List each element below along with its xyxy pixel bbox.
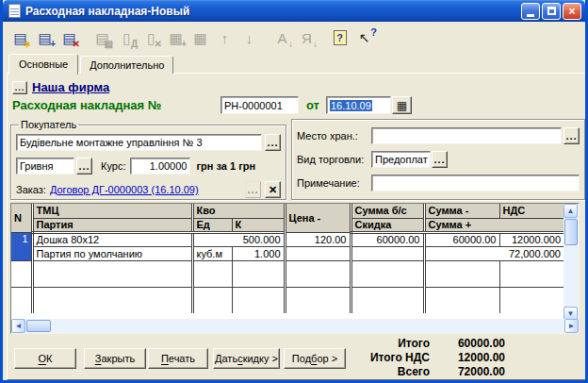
titlebar[interactable]: Расходная накладная-Новый ×: [3, 0, 585, 22]
grand-total-value: 72000.00: [430, 365, 505, 379]
vertical-scrollbar[interactable]: ▲ ▼: [564, 204, 579, 321]
window-controls: ×: [521, 3, 581, 20]
document-title: Расходная накладная №: [12, 98, 161, 112]
delete-row-icon[interactable]: ▤✕: [59, 28, 79, 48]
total-value: 60000.00: [430, 337, 505, 351]
storage-row: Место хран.: ...: [297, 127, 580, 144]
tab-additional[interactable]: Дополнительно: [80, 56, 173, 74]
tab-page-main: ... Наша фирма Расходная накладная № РН-…: [7, 73, 587, 380]
firm-browse-button[interactable]: ...: [12, 81, 27, 94]
scroll-right-icon[interactable]: ►: [564, 319, 579, 333]
add-row-icon[interactable]: ▤+: [35, 28, 55, 48]
buyer-groupbox: Покупатель Будівельне монтажне управлінн…: [10, 119, 286, 200]
trade-type-label: Вид торговли:: [297, 154, 371, 165]
rate-units-label: грн за 1 грн: [196, 160, 255, 172]
order-label: Заказ:: [16, 184, 46, 195]
order-clear-button[interactable]: ✕: [265, 181, 281, 198]
buyer-name-row: Будівельне монтажне управління № 3 ...: [16, 134, 281, 151]
firm-link[interactable]: Наша фирма: [32, 80, 109, 94]
items-table: N ТМЦ Кво Цена - Сумма б/с Сумма - НДС П…: [11, 204, 564, 313]
ok-button[interactable]: ОК: [14, 348, 76, 369]
item-sum-base-cell[interactable]: 60000.00: [351, 232, 424, 246]
close-form-button[interactable]: Закрыть: [84, 348, 146, 369]
write-document-icon: ▯Д: [117, 28, 137, 48]
scroll-left-icon[interactable]: ◄: [11, 319, 25, 333]
insert-column-icon: ▦: [190, 28, 210, 48]
item-unit-cell[interactable]: куб.м: [192, 246, 232, 260]
item-vat-cell[interactable]: 12000.000: [499, 232, 564, 246]
maximize-button[interactable]: [542, 3, 561, 20]
empty-row[interactable]: [11, 260, 564, 287]
date-selected-text: 16.10.09: [330, 100, 372, 111]
currency-field[interactable]: Гривня: [16, 158, 74, 175]
tab-strip: Основные Дополнительно: [8, 54, 175, 74]
order-link[interactable]: Договор ДГ-0000003 (16.10.09): [50, 184, 199, 195]
give-discount-button[interactable]: Дать скидку >: [213, 348, 280, 369]
vertical-scroll-thumb[interactable]: [564, 219, 578, 245]
currency-browse-button[interactable]: ...: [76, 158, 92, 175]
storage-field[interactable]: [371, 127, 562, 144]
col-header-sum-base: Сумма б/с: [351, 204, 424, 218]
total-row: Итого 60000.00: [339, 337, 505, 351]
item-sum-minus-cell[interactable]: 60000.00: [424, 232, 499, 246]
grand-total-row: Всего 72000.00: [339, 365, 505, 379]
calendar-button[interactable]: ▦: [392, 96, 412, 114]
table-settings-icon: ▦+: [166, 28, 186, 48]
trade-type-field[interactable]: Предоплат: [371, 151, 431, 168]
col-header-k: К: [232, 218, 285, 232]
post-document-icon: ▯✕: [141, 28, 161, 48]
item-coef-cell[interactable]: 1.000: [232, 246, 285, 260]
window-title: Расходная накладная-Новый: [25, 5, 521, 18]
horizontal-scroll-thumb[interactable]: [26, 320, 51, 332]
tab-main[interactable]: Основные: [8, 54, 78, 75]
buyer-browse-button[interactable]: ...: [265, 134, 281, 151]
item-discount-cell[interactable]: [285, 246, 351, 260]
col-header-qty: Кво: [192, 204, 285, 218]
copy-row-icon: ▤▤: [92, 28, 112, 48]
item-row-party: Партия по умолчанию куб.м 1.000 72,000.0…: [11, 246, 564, 260]
col-header-price: Цена -: [285, 204, 351, 232]
document-number-field[interactable]: РН-0000001: [220, 96, 299, 114]
context-help-icon[interactable]: ↖?: [354, 28, 374, 48]
note-field[interactable]: [371, 175, 580, 192]
order-browse-button[interactable]: ...: [245, 181, 261, 198]
storage-label: Место хран.:: [297, 130, 371, 142]
trade-browse-button[interactable]: ...: [432, 151, 448, 168]
item-party-cell[interactable]: Партия по умолчанию: [32, 246, 192, 260]
currency-row: Гривня ... Курс: 1.00000 грн за 1 грн: [16, 158, 281, 175]
print-button[interactable]: Печать: [148, 348, 208, 369]
total-vat-row: Итого НДС 12000.00: [339, 351, 505, 365]
item-row-main: 1 Дошка 80x12 500.000 120.00 60000.00 60…: [11, 232, 564, 246]
grand-total-label: Всего: [339, 365, 430, 379]
items-grid: N ТМЦ Кво Цена - Сумма б/с Сумма - НДС П…: [10, 203, 580, 334]
document-date-field[interactable]: 16.10.09: [326, 96, 391, 114]
rate-field[interactable]: 1.00000: [130, 158, 190, 175]
trade-type-row: Вид торговли: Предоплат ...: [297, 151, 580, 168]
horizontal-scrollbar[interactable]: ◄ ►: [11, 319, 579, 333]
scroll-up-icon[interactable]: ▲: [564, 204, 578, 218]
item-qty-cell[interactable]: 500.000: [192, 232, 285, 246]
minimize-icon: [527, 14, 534, 17]
document-icon: [8, 4, 21, 18]
details-groupbox: Место хран.: ... Вид торговли: Предоплат…: [291, 119, 585, 200]
storage-browse-button[interactable]: ...: [564, 127, 580, 144]
item-price-cell[interactable]: 120.00: [285, 232, 351, 246]
total-label: Итого: [339, 337, 430, 351]
buyer-name-field[interactable]: Будівельне монтажне управління № 3: [16, 134, 262, 151]
pick-items-button[interactable]: Подбор >: [284, 348, 346, 369]
sort-descending-icon: Я↓: [297, 28, 317, 48]
empty-row[interactable]: [11, 287, 564, 313]
row-number-cell[interactable]: 1: [11, 232, 32, 260]
close-button[interactable]: ×: [563, 3, 581, 20]
date-preposition: от: [306, 98, 319, 112]
minimize-button[interactable]: [521, 3, 540, 20]
maximize-icon: [547, 7, 556, 15]
firm-row: ... Наша фирма: [12, 80, 109, 94]
item-empty-cell[interactable]: [351, 246, 424, 260]
col-header-vat: НДС: [499, 204, 564, 218]
new-row-icon[interactable]: ▤∗: [10, 28, 30, 48]
help-icon[interactable]: ?: [330, 28, 350, 48]
note-row: Примечание:: [297, 175, 580, 192]
item-sum-plus-cell[interactable]: 72,000.000: [424, 246, 564, 260]
item-name-cell[interactable]: Дошка 80x12: [32, 232, 192, 246]
